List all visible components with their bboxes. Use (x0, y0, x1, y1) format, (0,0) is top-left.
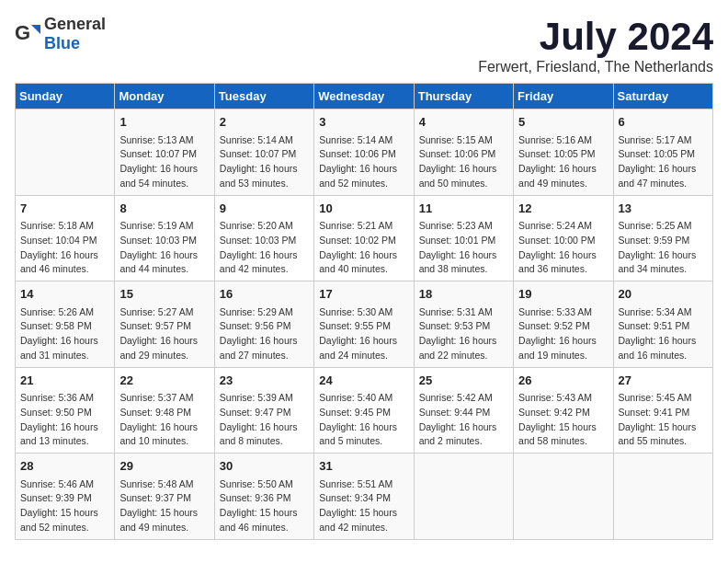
day-detail: Sunrise: 5:39 AMSunset: 9:47 PMDaylight:… (220, 391, 309, 449)
day-cell: 30Sunrise: 5:50 AMSunset: 9:36 PMDayligh… (214, 454, 313, 540)
logo: G General Blue (15, 15, 106, 53)
day-detail: Sunrise: 5:16 AMSunset: 10:05 PMDaylight… (518, 133, 608, 191)
day-detail: Sunrise: 5:37 AMSunset: 9:48 PMDaylight:… (119, 391, 209, 449)
day-number: 2 (220, 113, 309, 132)
day-cell: 12Sunrise: 5:24 AMSunset: 10:00 PMDaylig… (514, 195, 613, 282)
day-number: 17 (319, 285, 408, 304)
day-detail: Sunrise: 5:14 AMSunset: 10:06 PMDaylight… (319, 133, 408, 191)
logo-icon: G (15, 21, 40, 47)
day-number: 23 (220, 372, 309, 390)
day-number: 28 (20, 457, 109, 476)
day-cell (16, 109, 115, 196)
day-cell: 6Sunrise: 5:17 AMSunset: 10:05 PMDayligh… (613, 109, 712, 196)
day-detail: Sunrise: 5:34 AMSunset: 9:51 PMDaylight:… (619, 305, 708, 363)
day-number: 30 (220, 457, 309, 476)
day-header-friday: Friday (514, 84, 613, 109)
day-number: 12 (518, 200, 608, 218)
day-detail: Sunrise: 5:23 AMSunset: 10:01 PMDaylight… (419, 219, 508, 277)
day-number: 4 (419, 113, 508, 132)
day-number: 5 (518, 113, 608, 132)
day-cell: 8Sunrise: 5:19 AMSunset: 10:03 PMDayligh… (115, 195, 214, 282)
day-number: 25 (419, 372, 508, 390)
day-header-saturday: Saturday (613, 84, 712, 109)
day-number: 26 (518, 372, 608, 390)
day-detail: Sunrise: 5:51 AMSunset: 9:34 PMDaylight:… (319, 477, 408, 535)
location-subtitle: Ferwert, Friesland, The Netherlands (478, 59, 713, 75)
day-detail: Sunrise: 5:20 AMSunset: 10:03 PMDaylight… (220, 219, 309, 277)
day-number: 14 (20, 285, 109, 304)
day-cell: 15Sunrise: 5:27 AMSunset: 9:57 PMDayligh… (115, 282, 214, 368)
day-cell (514, 454, 613, 540)
day-number: 29 (119, 457, 209, 476)
calendar-header: G General Blue July 2024 Ferwert, Friesl… (15, 15, 713, 75)
logo-text: General Blue (44, 15, 106, 53)
day-header-thursday: Thursday (414, 84, 513, 109)
day-cell: 10Sunrise: 5:21 AMSunset: 10:02 PMDaylig… (314, 195, 414, 282)
day-cell: 22Sunrise: 5:37 AMSunset: 9:48 PMDayligh… (115, 367, 214, 454)
day-cell: 28Sunrise: 5:46 AMSunset: 9:39 PMDayligh… (16, 454, 115, 540)
day-detail: Sunrise: 5:15 AMSunset: 10:06 PMDaylight… (419, 133, 508, 191)
day-cell: 13Sunrise: 5:25 AMSunset: 9:59 PMDayligh… (613, 195, 712, 282)
calendar-table: SundayMondayTuesdayWednesdayThursdayFrid… (15, 83, 713, 540)
day-cell: 20Sunrise: 5:34 AMSunset: 9:51 PMDayligh… (613, 282, 712, 368)
day-number: 19 (518, 285, 608, 304)
day-header-monday: Monday (115, 84, 214, 109)
day-detail: Sunrise: 5:43 AMSunset: 9:42 PMDaylight:… (518, 391, 608, 449)
day-detail: Sunrise: 5:17 AMSunset: 10:05 PMDaylight… (619, 133, 708, 191)
day-cell: 4Sunrise: 5:15 AMSunset: 10:06 PMDayligh… (414, 109, 513, 196)
day-number: 18 (419, 285, 508, 304)
week-row-3: 14Sunrise: 5:26 AMSunset: 9:58 PMDayligh… (16, 282, 713, 368)
day-number: 9 (220, 200, 309, 218)
day-cell: 29Sunrise: 5:48 AMSunset: 9:37 PMDayligh… (115, 454, 214, 540)
day-detail: Sunrise: 5:30 AMSunset: 9:55 PMDaylight:… (319, 305, 408, 363)
day-cell: 5Sunrise: 5:16 AMSunset: 10:05 PMDayligh… (514, 109, 613, 196)
day-cell: 31Sunrise: 5:51 AMSunset: 9:34 PMDayligh… (314, 454, 414, 540)
day-number: 27 (619, 372, 708, 390)
day-detail: Sunrise: 5:45 AMSunset: 9:41 PMDaylight:… (619, 391, 708, 449)
day-number: 21 (20, 372, 109, 390)
day-detail: Sunrise: 5:19 AMSunset: 10:03 PMDaylight… (119, 219, 209, 277)
day-number: 22 (119, 372, 209, 390)
day-detail: Sunrise: 5:27 AMSunset: 9:57 PMDaylight:… (119, 305, 209, 363)
day-detail: Sunrise: 5:26 AMSunset: 9:58 PMDaylight:… (20, 305, 109, 363)
day-detail: Sunrise: 5:48 AMSunset: 9:37 PMDaylight:… (119, 477, 209, 535)
day-cell: 11Sunrise: 5:23 AMSunset: 10:01 PMDaylig… (414, 195, 513, 282)
day-cell: 18Sunrise: 5:31 AMSunset: 9:53 PMDayligh… (414, 282, 513, 368)
day-detail: Sunrise: 5:18 AMSunset: 10:04 PMDaylight… (20, 219, 109, 277)
week-row-4: 21Sunrise: 5:36 AMSunset: 9:50 PMDayligh… (16, 367, 713, 454)
title-area: July 2024 Ferwert, Friesland, The Nether… (478, 15, 713, 75)
day-detail: Sunrise: 5:29 AMSunset: 9:56 PMDaylight:… (220, 305, 309, 363)
logo-blue: Blue (44, 34, 80, 52)
day-number: 3 (319, 113, 408, 132)
day-detail: Sunrise: 5:50 AMSunset: 9:36 PMDaylight:… (220, 477, 309, 535)
day-number: 13 (619, 200, 708, 218)
day-detail: Sunrise: 5:36 AMSunset: 9:50 PMDaylight:… (20, 391, 109, 449)
logo-general: General (44, 15, 106, 33)
day-cell: 16Sunrise: 5:29 AMSunset: 9:56 PMDayligh… (214, 282, 313, 368)
day-cell: 3Sunrise: 5:14 AMSunset: 10:06 PMDayligh… (314, 109, 414, 196)
day-cell: 19Sunrise: 5:33 AMSunset: 9:52 PMDayligh… (514, 282, 613, 368)
day-detail: Sunrise: 5:31 AMSunset: 9:53 PMDaylight:… (419, 305, 508, 363)
day-cell: 17Sunrise: 5:30 AMSunset: 9:55 PMDayligh… (314, 282, 414, 368)
day-cell: 1Sunrise: 5:13 AMSunset: 10:07 PMDayligh… (115, 109, 214, 196)
day-number: 16 (220, 285, 309, 304)
day-detail: Sunrise: 5:42 AMSunset: 9:44 PMDaylight:… (419, 391, 508, 449)
day-number: 7 (20, 200, 109, 218)
day-number: 20 (619, 285, 708, 304)
day-number: 24 (319, 372, 408, 390)
day-header-wednesday: Wednesday (314, 84, 414, 109)
day-cell: 26Sunrise: 5:43 AMSunset: 9:42 PMDayligh… (514, 367, 613, 454)
day-detail: Sunrise: 5:33 AMSunset: 9:52 PMDaylight:… (518, 305, 608, 363)
day-cell: 21Sunrise: 5:36 AMSunset: 9:50 PMDayligh… (16, 367, 115, 454)
day-cell: 2Sunrise: 5:14 AMSunset: 10:07 PMDayligh… (214, 109, 313, 196)
day-cell: 27Sunrise: 5:45 AMSunset: 9:41 PMDayligh… (613, 367, 712, 454)
day-cell (414, 454, 513, 540)
svg-marker-1 (31, 25, 40, 34)
day-number: 15 (119, 285, 209, 304)
week-row-5: 28Sunrise: 5:46 AMSunset: 9:39 PMDayligh… (16, 454, 713, 540)
day-detail: Sunrise: 5:14 AMSunset: 10:07 PMDaylight… (220, 133, 309, 191)
day-detail: Sunrise: 5:13 AMSunset: 10:07 PMDaylight… (119, 133, 209, 191)
svg-text:G: G (15, 21, 30, 44)
day-cell: 23Sunrise: 5:39 AMSunset: 9:47 PMDayligh… (214, 367, 313, 454)
day-number: 1 (119, 113, 209, 132)
